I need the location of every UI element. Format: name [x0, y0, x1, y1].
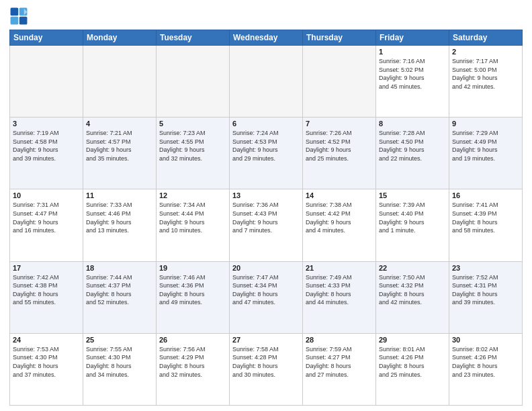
day-number: 11: [86, 191, 153, 199]
weekday-header-wednesday: Wednesday: [230, 30, 303, 46]
day-info: Sunrise: 7:56 AM Sunset: 4:29 PM Dayligh…: [159, 345, 226, 379]
svg-rect-2: [11, 17, 19, 25]
day-info: Sunrise: 7:55 AM Sunset: 4:30 PM Dayligh…: [86, 345, 153, 379]
calendar-cell: 17Sunrise: 7:42 AM Sunset: 4:38 PM Dayli…: [10, 261, 83, 333]
day-number: 24: [13, 336, 80, 344]
day-number: 1: [379, 48, 446, 56]
calendar-cell: 7Sunrise: 7:26 AM Sunset: 4:52 PM Daylig…: [303, 118, 376, 189]
day-info: Sunrise: 7:50 AM Sunset: 4:32 PM Dayligh…: [379, 273, 446, 307]
day-info: Sunrise: 7:34 AM Sunset: 4:44 PM Dayligh…: [159, 201, 226, 234]
svg-rect-3: [19, 17, 28, 25]
svg-rect-0: [11, 8, 19, 16]
weekday-header-tuesday: Tuesday: [157, 30, 230, 46]
calendar-cell: 21Sunrise: 7:49 AM Sunset: 4:33 PM Dayli…: [303, 261, 376, 333]
day-info: Sunrise: 7:31 AM Sunset: 4:47 PM Dayligh…: [13, 201, 80, 234]
day-number: 27: [232, 336, 300, 344]
calendar-cell: 26Sunrise: 7:56 AM Sunset: 4:29 PM Dayli…: [157, 333, 230, 405]
calendar-cell: 24Sunrise: 7:53 AM Sunset: 4:30 PM Dayli…: [10, 333, 83, 405]
weekday-header-friday: Friday: [376, 30, 449, 46]
calendar-cell: 8Sunrise: 7:28 AM Sunset: 4:50 PM Daylig…: [376, 118, 449, 189]
calendar-cell: 1Sunrise: 7:16 AM Sunset: 5:02 PM Daylig…: [376, 46, 449, 118]
weekday-header-thursday: Thursday: [303, 30, 376, 46]
day-number: 9: [452, 120, 519, 128]
calendar-cell: 18Sunrise: 7:44 AM Sunset: 4:37 PM Dayli…: [83, 261, 157, 333]
calendar-cell: 3Sunrise: 7:19 AM Sunset: 4:58 PM Daylig…: [10, 118, 83, 189]
day-info: Sunrise: 7:52 AM Sunset: 4:31 PM Dayligh…: [452, 273, 519, 307]
calendar-cell: 16Sunrise: 7:41 AM Sunset: 4:39 PM Dayli…: [449, 189, 523, 261]
day-number: 28: [306, 336, 373, 344]
day-number: 23: [452, 264, 519, 272]
calendar-week-5: 24Sunrise: 7:53 AM Sunset: 4:30 PM Dayli…: [10, 333, 523, 405]
calendar-cell: 2Sunrise: 7:17 AM Sunset: 5:00 PM Daylig…: [449, 46, 523, 118]
calendar-cell: 20Sunrise: 7:47 AM Sunset: 4:34 PM Dayli…: [230, 261, 303, 333]
day-info: Sunrise: 7:53 AM Sunset: 4:30 PM Dayligh…: [13, 345, 80, 379]
day-number: 8: [379, 120, 446, 128]
calendar-week-1: 1Sunrise: 7:16 AM Sunset: 5:02 PM Daylig…: [10, 46, 523, 118]
day-info: Sunrise: 7:44 AM Sunset: 4:37 PM Dayligh…: [86, 273, 153, 307]
calendar-cell: 14Sunrise: 7:38 AM Sunset: 4:42 PM Dayli…: [303, 189, 376, 261]
calendar-cell: 29Sunrise: 8:01 AM Sunset: 4:26 PM Dayli…: [376, 333, 449, 405]
page: SundayMondayTuesdayWednesdayThursdayFrid…: [0, 0, 532, 411]
calendar-cell: 10Sunrise: 7:31 AM Sunset: 4:47 PM Dayli…: [10, 189, 83, 261]
calendar-week-2: 3Sunrise: 7:19 AM Sunset: 4:58 PM Daylig…: [10, 118, 523, 189]
weekday-header-saturday: Saturday: [449, 30, 523, 46]
day-info: Sunrise: 7:58 AM Sunset: 4:28 PM Dayligh…: [232, 345, 300, 379]
calendar-cell: 28Sunrise: 7:59 AM Sunset: 4:27 PM Dayli…: [303, 333, 376, 405]
weekday-header-sunday: Sunday: [10, 30, 83, 46]
calendar-cell: 19Sunrise: 7:46 AM Sunset: 4:36 PM Dayli…: [157, 261, 230, 333]
calendar-cell: 30Sunrise: 8:02 AM Sunset: 4:26 PM Dayli…: [449, 333, 523, 405]
calendar-table: SundayMondayTuesdayWednesdayThursdayFrid…: [9, 30, 523, 406]
calendar-week-4: 17Sunrise: 7:42 AM Sunset: 4:38 PM Dayli…: [10, 261, 523, 333]
day-number: 4: [86, 120, 153, 128]
day-info: Sunrise: 7:24 AM Sunset: 4:53 PM Dayligh…: [232, 129, 300, 163]
day-number: 15: [379, 191, 446, 199]
day-info: Sunrise: 7:46 AM Sunset: 4:36 PM Dayligh…: [159, 273, 226, 307]
day-info: Sunrise: 7:17 AM Sunset: 5:00 PM Dayligh…: [452, 57, 519, 91]
day-info: Sunrise: 7:28 AM Sunset: 4:50 PM Dayligh…: [379, 129, 446, 163]
day-info: Sunrise: 7:16 AM Sunset: 5:02 PM Dayligh…: [379, 57, 446, 91]
day-number: 7: [306, 120, 373, 128]
day-number: 19: [159, 264, 226, 272]
day-info: Sunrise: 8:02 AM Sunset: 4:26 PM Dayligh…: [452, 345, 519, 379]
day-number: 29: [379, 336, 446, 344]
day-number: 10: [13, 191, 80, 199]
day-info: Sunrise: 7:36 AM Sunset: 4:43 PM Dayligh…: [232, 201, 300, 234]
calendar-cell: 27Sunrise: 7:58 AM Sunset: 4:28 PM Dayli…: [230, 333, 303, 405]
calendar-cell: 15Sunrise: 7:39 AM Sunset: 4:40 PM Dayli…: [376, 189, 449, 261]
calendar-cell: 23Sunrise: 7:52 AM Sunset: 4:31 PM Dayli…: [449, 261, 523, 333]
calendar-cell: [230, 46, 303, 118]
header: [9, 7, 523, 26]
calendar-cell: 4Sunrise: 7:21 AM Sunset: 4:57 PM Daylig…: [83, 118, 157, 189]
weekday-header-row: SundayMondayTuesdayWednesdayThursdayFrid…: [10, 30, 523, 46]
day-number: 21: [306, 264, 373, 272]
logo-icon: [9, 7, 28, 26]
calendar-cell: 6Sunrise: 7:24 AM Sunset: 4:53 PM Daylig…: [230, 118, 303, 189]
calendar-cell: 11Sunrise: 7:33 AM Sunset: 4:46 PM Dayli…: [83, 189, 157, 261]
day-number: 14: [306, 191, 373, 199]
day-info: Sunrise: 7:29 AM Sunset: 4:49 PM Dayligh…: [452, 129, 519, 163]
calendar-cell: [10, 46, 83, 118]
calendar-cell: 22Sunrise: 7:50 AM Sunset: 4:32 PM Dayli…: [376, 261, 449, 333]
calendar-cell: 25Sunrise: 7:55 AM Sunset: 4:30 PM Dayli…: [83, 333, 157, 405]
day-number: 25: [86, 336, 153, 344]
day-number: 20: [232, 264, 300, 272]
calendar-cell: [157, 46, 230, 118]
calendar-cell: [303, 46, 376, 118]
day-number: 18: [86, 264, 153, 272]
day-number: 26: [159, 336, 226, 344]
day-info: Sunrise: 7:39 AM Sunset: 4:40 PM Dayligh…: [379, 201, 446, 234]
day-info: Sunrise: 7:41 AM Sunset: 4:39 PM Dayligh…: [452, 201, 519, 234]
day-info: Sunrise: 8:01 AM Sunset: 4:26 PM Dayligh…: [379, 345, 446, 379]
calendar-week-3: 10Sunrise: 7:31 AM Sunset: 4:47 PM Dayli…: [10, 189, 523, 261]
calendar-cell: 5Sunrise: 7:23 AM Sunset: 4:55 PM Daylig…: [157, 118, 230, 189]
day-info: Sunrise: 7:38 AM Sunset: 4:42 PM Dayligh…: [306, 201, 373, 234]
day-number: 22: [379, 264, 446, 272]
day-number: 2: [452, 48, 519, 56]
calendar-cell: 12Sunrise: 7:34 AM Sunset: 4:44 PM Dayli…: [157, 189, 230, 261]
day-number: 12: [159, 191, 226, 199]
day-info: Sunrise: 7:26 AM Sunset: 4:52 PM Dayligh…: [306, 129, 373, 163]
day-number: 13: [232, 191, 300, 199]
day-number: 3: [13, 120, 80, 128]
day-info: Sunrise: 7:19 AM Sunset: 4:58 PM Dayligh…: [13, 129, 80, 163]
day-number: 30: [452, 336, 519, 344]
